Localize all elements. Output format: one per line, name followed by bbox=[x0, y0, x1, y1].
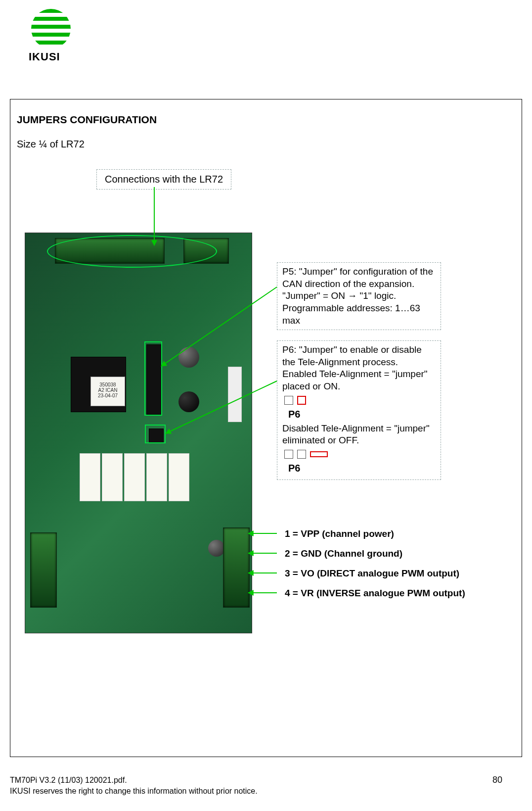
callout-p5: P5: "Jumper" for configuration of the CA… bbox=[277, 262, 441, 330]
jumper-off-icon bbox=[284, 450, 436, 459]
pin-4-label: 4 = VR (INVERSE analogue PWM output) bbox=[285, 588, 465, 599]
page: IKUSI JUMPERS CONFIGURATION Size ¼ of LR… bbox=[0, 0, 532, 811]
relay bbox=[102, 453, 123, 501]
p6-label: P6 bbox=[288, 462, 436, 475]
jumper-box-icon bbox=[284, 396, 293, 405]
jumper-removed-red-icon bbox=[310, 451, 328, 457]
footer-page-number: 80 bbox=[492, 775, 502, 785]
footer-notice: IKUSI reserves the right to change this … bbox=[10, 786, 258, 797]
footer-left: TM70Pi V3.2 (11/03) 120021.pdf. IKUSI re… bbox=[10, 775, 258, 797]
jumper-on-icon bbox=[284, 396, 436, 405]
capacitor-icon bbox=[178, 391, 199, 412]
capacitor-icon bbox=[208, 540, 225, 557]
callout-p6-line3: Disabled Tele-Alignment = "jumper" elimi… bbox=[282, 423, 436, 447]
callout-p6-line2: Enabled Tele-Alignment = "jumper" placed… bbox=[282, 368, 436, 392]
logo-stripes-icon bbox=[31, 9, 71, 48]
size-note: Size ¼ of LR72 bbox=[17, 139, 85, 150]
callout-p6-line1: P6: "Jumper" to enable or disable the Te… bbox=[282, 344, 436, 368]
pcb-photo: 350038 A2 ICAN 23-04-07 bbox=[25, 233, 252, 633]
capacitor-icon bbox=[178, 347, 199, 368]
pin-2-label: 2 = GND (Channel ground) bbox=[285, 548, 402, 559]
chip-text: A2 ICAN bbox=[91, 387, 125, 393]
chip-text: 350038 bbox=[91, 382, 125, 387]
relay bbox=[124, 453, 145, 501]
footer-doc: TM70Pi V3.2 (11/03) 120021.pdf. bbox=[10, 775, 258, 786]
connections-label-box: Connections with the LR72 bbox=[96, 169, 231, 190]
pin-1-label: 1 = VPP (channel power) bbox=[285, 528, 394, 539]
p6-label: P6 bbox=[288, 408, 436, 421]
brand-name: IKUSI bbox=[29, 50, 73, 63]
pin-3-label: 3 = VO (DIRECT analogue PWM output) bbox=[285, 568, 459, 579]
terminal-block-bottom-left bbox=[30, 532, 57, 608]
jumper-box-icon bbox=[284, 450, 293, 459]
jumper-box-red-icon bbox=[297, 396, 306, 405]
relay bbox=[146, 453, 167, 501]
ic-chip-label: 350038 A2 ICAN 23-04-07 bbox=[90, 377, 125, 406]
terminal-block-bottom-right bbox=[223, 527, 250, 608]
relay bbox=[169, 453, 189, 501]
brand-logo: IKUSI bbox=[29, 9, 73, 63]
jumper-box-icon bbox=[297, 450, 306, 459]
callout-p6: P6: "Jumper" to enable or disable the Te… bbox=[277, 340, 441, 480]
rect-highlight-p5 bbox=[144, 341, 162, 416]
relay bbox=[80, 453, 100, 501]
callout-p5-text: P5: "Jumper" for configuration of the CA… bbox=[282, 266, 433, 326]
section-title: JUMPERS CONFIGURATION bbox=[17, 114, 157, 126]
rect-highlight-p6 bbox=[145, 425, 166, 443]
ellipse-highlight-connectors bbox=[47, 235, 217, 268]
chip-text: 23-04-07 bbox=[91, 393, 125, 398]
white-connector bbox=[228, 367, 242, 422]
